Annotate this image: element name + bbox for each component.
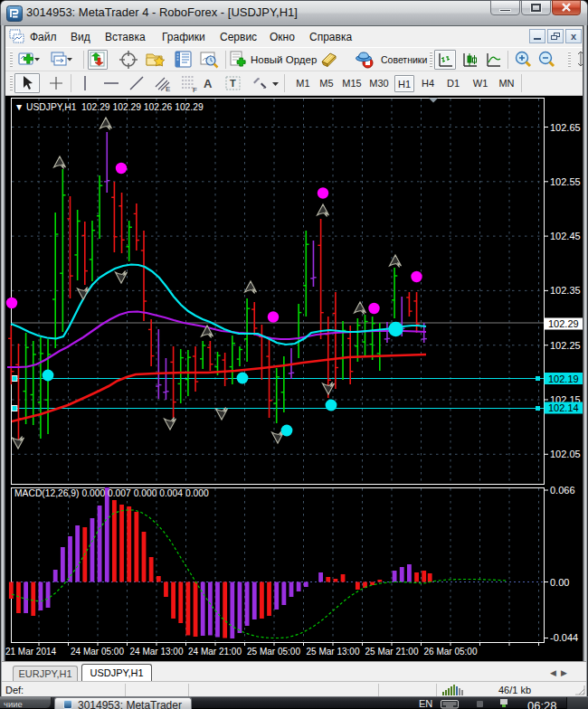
svg-text:102.35: 102.35	[550, 285, 581, 296]
svg-text:0.066: 0.066	[550, 485, 575, 496]
svg-text:102.65: 102.65	[550, 122, 581, 133]
svg-text:102.14: 102.14	[548, 402, 579, 413]
svg-text:102.19: 102.19	[548, 373, 579, 384]
svg-text:T: T	[230, 78, 236, 89]
svg-text:24 Mar 05:00: 24 Mar 05:00	[71, 647, 124, 657]
svg-text:24 Mar 21:00: 24 Mar 21:00	[188, 647, 242, 657]
svg-text:-0.044: -0.044	[550, 632, 578, 643]
svg-text:F: F	[193, 86, 197, 92]
svg-text:▼ USDJPY,H1 102.29 102.29 102: ▼ USDJPY,H1 102.29 102.29 102.26 102.29	[14, 102, 204, 112]
svg-text:102.29: 102.29	[548, 318, 579, 329]
svg-text:25 Mar 21:00: 25 Mar 21:00	[365, 647, 419, 657]
svg-text:0.00: 0.00	[550, 577, 569, 588]
svg-text:E: E	[166, 85, 170, 92]
svg-text:26 Mar 05:00: 26 Mar 05:00	[424, 647, 478, 657]
svg-text:102.55: 102.55	[550, 176, 581, 187]
svg-text:25 Mar 13:00: 25 Mar 13:00	[307, 647, 360, 657]
svg-text:24 Mar 13:00: 24 Mar 13:00	[130, 647, 184, 657]
svg-text:MACD(12,26,9) 0.000 0.007 0.00: MACD(12,26,9) 0.000 0.007 0.000 0.004 0.…	[14, 488, 209, 498]
svg-text:25 Mar 05:00: 25 Mar 05:00	[247, 647, 300, 657]
svg-text:102.45: 102.45	[550, 231, 581, 241]
svg-text:21 Mar 2014: 21 Mar 2014	[5, 647, 57, 657]
svg-text:102.05: 102.05	[550, 449, 581, 459]
svg-text:102.25: 102.25	[550, 340, 581, 351]
